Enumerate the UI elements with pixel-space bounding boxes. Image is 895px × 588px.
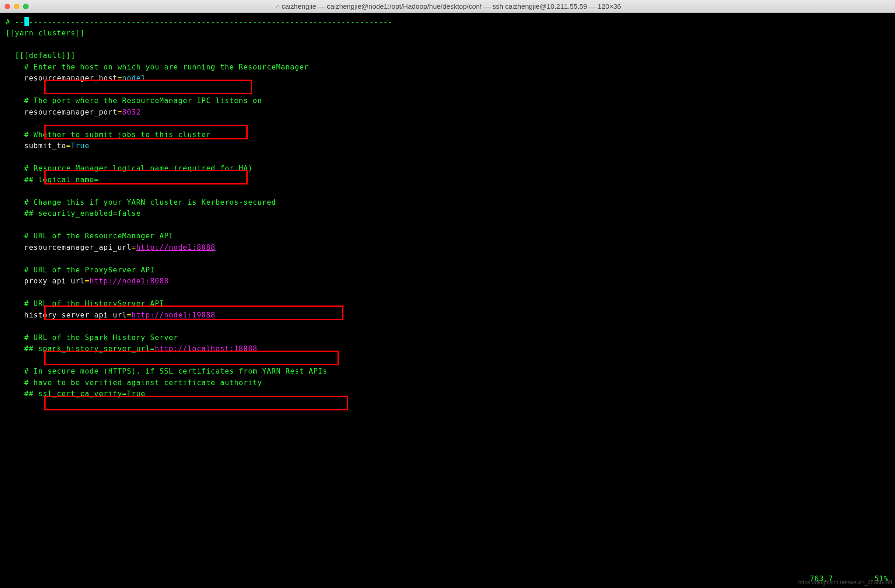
comment-enter-host: # Enter the host on which you are runnin… xyxy=(6,63,309,71)
history-key: history_server_api_url xyxy=(6,311,127,319)
logical-line: ## logical_name= xyxy=(6,176,99,184)
rm-port-val: 8032 xyxy=(122,108,141,116)
section-default: [[[default]]] xyxy=(6,52,76,60)
rm-host-val: node1 xyxy=(122,74,145,82)
comment-logical: # Resource Manager logical name (require… xyxy=(6,164,253,173)
submit-key: submit_to xyxy=(6,142,66,150)
spark-prefix: ## spark_history_server_url= xyxy=(6,345,155,353)
rm-host-key: resourcemanager_host xyxy=(6,74,117,82)
ssl-line: ## ssl_cert_ca_verify=True xyxy=(6,390,145,398)
history-url: http://node1:19888 xyxy=(132,311,215,319)
comment-kerberos: # Change this if your YARN cluster is Ke… xyxy=(6,198,276,207)
vim-statusbar: 763,7 51% xyxy=(6,573,889,584)
comment-rm-port: # The port where the ResourceManager IPC… xyxy=(6,97,262,105)
comment-submit: # Whether to submit jobs to this cluster xyxy=(6,131,211,139)
comment-ssl-1: # In secure mode (HTTPS), if SSL certifi… xyxy=(6,367,327,375)
rm-api-url: http://node1:8088 xyxy=(136,243,215,252)
rm-port-key: resourcemanager_port xyxy=(6,108,117,116)
home-icon: ⌂ xyxy=(276,1,279,11)
hash-line: # -- xyxy=(6,18,24,26)
submit-val: True xyxy=(71,142,90,150)
window-title: caizhengjie — caizhengjie@node1:/opt/Had… xyxy=(282,1,621,12)
window-titlebar: ⌂ caizhengjie — caizhengjie@node1:/opt/H… xyxy=(0,0,895,13)
cursor xyxy=(24,17,29,26)
terminal-viewport[interactable]: # --------------------------------------… xyxy=(0,13,895,588)
rm-api-key: resourcemanager_api_url xyxy=(6,243,132,252)
terminal-content: # --------------------------------------… xyxy=(6,17,889,399)
proxy-key: proxy_api_url xyxy=(6,277,85,285)
comment-rm-api: # URL of the ResourceManager API xyxy=(6,232,174,240)
spark-url: http://localhost:18088 xyxy=(155,345,257,353)
comment-proxy: # URL of the ProxyServer API xyxy=(6,266,155,274)
comment-ssl-2: # have to be verified against certificat… xyxy=(6,379,262,387)
comment-spark: # URL of the Spark History Server xyxy=(6,334,178,342)
security-line: ## security_enabled=false xyxy=(6,209,141,218)
proxy-url: http://node1:8088 xyxy=(89,277,169,285)
section-yarn-clusters: [[yarn_clusters]] xyxy=(6,29,85,37)
comment-history: # URL of the HistoryServer API xyxy=(6,300,164,308)
watermark: https://blog.csdn.net/weixin_45366499 xyxy=(798,578,892,587)
